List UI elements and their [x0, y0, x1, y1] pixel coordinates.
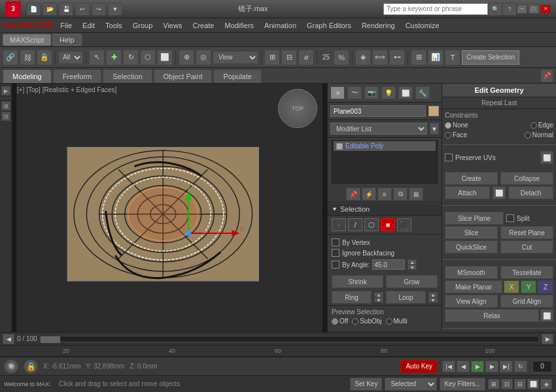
menu-modifiers[interactable]: Modifiers [219, 20, 259, 31]
menu-group[interactable]: Group [128, 20, 158, 31]
selection-section-header[interactable]: ▼ Selection [328, 203, 442, 216]
mod-pin-btn[interactable]: 📌 [346, 188, 360, 201]
preserve-uvs-settings-btn[interactable]: ⬜ [540, 151, 553, 164]
border-mode-btn[interactable]: ⬡ [364, 218, 379, 231]
mod-paste-btn[interactable]: ⊠ [409, 188, 423, 201]
panel-icon-util[interactable]: 🔧 [415, 86, 430, 99]
ribbon-btn[interactable]: 📊 [428, 50, 443, 65]
cut-btn[interactable]: Cut [500, 240, 553, 253]
panel-icon-light[interactable]: 💡 [381, 86, 396, 99]
bottom-icon-1[interactable]: ⊞ [488, 379, 500, 389]
transport-mode[interactable]: ↻ [514, 361, 527, 372]
key-filters-btn[interactable]: Key Filters... [440, 378, 485, 391]
grid-align-btn[interactable]: Grid Align [500, 295, 553, 308]
tab-modeling[interactable]: Modeling [3, 69, 52, 83]
y-btn[interactable]: Y [521, 280, 536, 293]
lock-icon-btn[interactable]: 🔒 [24, 359, 38, 374]
maxscript-btn[interactable]: MAXScript [3, 34, 51, 46]
menu-tools[interactable]: Tools [100, 20, 128, 31]
minimize-btn[interactable]: ─ [517, 5, 527, 14]
snap2d-btn[interactable]: ⊟ [281, 50, 297, 65]
viewport[interactable]: [+] [Top] [Realistic + Edged Faces] TOP [12, 84, 327, 332]
menu-rendering[interactable]: Rendering [356, 20, 400, 31]
ring-down-btn[interactable]: ▼ [374, 297, 383, 302]
pivot-btn[interactable]: ◎ [196, 50, 211, 65]
mirror-btn[interactable]: ⟺ [372, 50, 388, 65]
tab-selection[interactable]: Selection [103, 69, 152, 83]
msmooth-btn[interactable]: MSmooth [445, 266, 498, 279]
panel-icon-display[interactable]: ⬜ [398, 86, 413, 99]
slice-btn[interactable]: Slice [445, 226, 498, 239]
mod-on-btn[interactable]: ⚡ [362, 188, 376, 201]
vb-right-btn[interactable]: ▶ [542, 334, 553, 344]
mod-checkbox[interactable] [336, 143, 343, 150]
panel-icon-camera[interactable]: 📷 [364, 86, 379, 99]
loop-down-btn[interactable]: ▼ [428, 297, 438, 302]
by-angle-checkbox[interactable] [332, 261, 339, 269]
menu-create[interactable]: Create [187, 20, 219, 31]
bottom-icon-3[interactable]: ⊟ [514, 379, 526, 389]
select-region-btn[interactable]: ⬜ [157, 50, 173, 65]
transport-next[interactable]: ▶ [485, 361, 498, 372]
select-link-btn[interactable]: 🔗 [3, 50, 18, 65]
relax-settings-btn[interactable]: ⬜ [540, 309, 553, 322]
layer-mgr-btn[interactable]: ⊞ [411, 50, 426, 65]
object-color-swatch[interactable] [428, 106, 439, 116]
select-btn[interactable]: ↖ [89, 50, 105, 65]
object-name-input[interactable] [330, 105, 426, 117]
preview-off-radio[interactable] [332, 318, 338, 325]
tab-pin-btn[interactable]: 📌 [540, 69, 553, 82]
help-btn[interactable]: ? [502, 3, 517, 16]
tab-populate[interactable]: Populate [213, 69, 261, 83]
filter-select[interactable]: All [58, 51, 83, 64]
bind-btn[interactable]: 🔒 [37, 50, 52, 65]
selected-dropdown[interactable]: Selected [385, 378, 437, 391]
snap-btn[interactable]: ⊞ [264, 50, 280, 65]
transport-start[interactable]: |◀ [442, 361, 455, 372]
nav-cube-container[interactable]: TOP [278, 89, 317, 128]
auto-key-btn[interactable]: Auto Key [401, 360, 437, 373]
mod-copy-btn[interactable]: ⧉ [393, 188, 408, 201]
help-menu-btn[interactable]: Help [52, 34, 82, 46]
angle-snap-btn[interactable]: ⌀ [298, 50, 314, 65]
slice-plane-btn[interactable]: Slice Plane [445, 212, 504, 225]
menu-views[interactable]: Views [158, 20, 187, 31]
ring-btn[interactable]: Ring [332, 291, 372, 304]
tab-freeform[interactable]: Freeform [53, 69, 102, 83]
percent-btn[interactable]: % [334, 50, 349, 65]
rotate-btn[interactable]: ↻ [123, 50, 139, 65]
align-btn[interactable]: ⊷ [389, 50, 405, 65]
modifier-dropdown-btn[interactable]: ▼ [430, 123, 439, 135]
mini-arrow-btn[interactable]: ▶ [1, 86, 10, 95]
view-select[interactable]: View [213, 51, 258, 64]
edge-mode-btn[interactable]: / [348, 218, 362, 231]
angle-up-btn[interactable]: ▲ [408, 259, 417, 265]
reset-plane-btn[interactable]: Reset Plane [500, 226, 553, 239]
tab-object-paint[interactable]: Object Paint [154, 69, 213, 83]
nav-cube[interactable]: TOP [278, 89, 317, 128]
mini-btn-1[interactable]: ⊞ [1, 101, 10, 110]
quickslice-btn[interactable]: QuickSlice [445, 240, 498, 253]
create-btn[interactable]: Create [445, 172, 498, 185]
open-btn[interactable]: 📂 [43, 3, 57, 16]
menu-edit[interactable]: Edit [77, 20, 100, 31]
preserve-uvs-check[interactable] [445, 154, 453, 161]
preview-multi-radio[interactable] [386, 318, 392, 325]
save-btn[interactable]: 💾 [59, 3, 73, 16]
redo-btn[interactable]: ↪ [92, 3, 106, 16]
set-key-btn[interactable]: Set Key [350, 378, 382, 391]
ref-coord-btn[interactable]: ⊕ [179, 50, 194, 65]
loop-btn[interactable]: Loop [386, 291, 426, 304]
tessellate-btn[interactable]: Tessellate [500, 266, 553, 279]
transport-end[interactable]: ▶| [500, 361, 513, 372]
search-input[interactable] [383, 3, 488, 15]
loop-up-btn[interactable]: ▲ [428, 292, 438, 297]
collapse-btn[interactable]: Collapse [500, 172, 553, 185]
undo-btn[interactable]: ↩ [75, 3, 90, 16]
panel-icon-curve[interactable]: 〜 [347, 86, 362, 99]
element-mode-btn[interactable]: ⬛ [397, 218, 411, 231]
move-btn[interactable]: ✚ [106, 50, 122, 65]
z-btn[interactable]: Z [538, 280, 553, 293]
shrink-btn[interactable]: Shrink [332, 275, 383, 288]
panel-icon-sun[interactable]: ☀ [330, 86, 345, 99]
